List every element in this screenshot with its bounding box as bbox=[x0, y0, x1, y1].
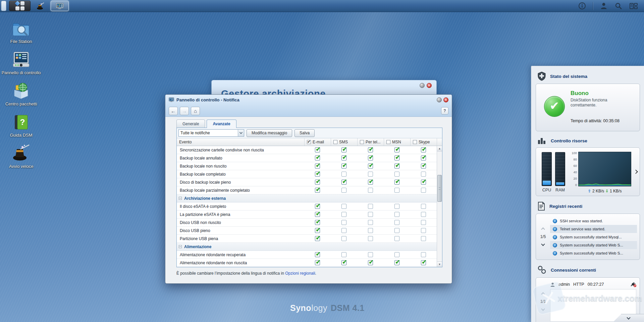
msn-checkbox[interactable] bbox=[394, 228, 399, 233]
email-checkbox[interactable] bbox=[315, 220, 320, 225]
collapse-section-icon[interactable] bbox=[179, 245, 182, 248]
column-checkbox[interactable] bbox=[307, 140, 311, 144]
skype-checkbox[interactable] bbox=[421, 180, 426, 185]
open-window-button-control-panel[interactable] bbox=[51, 1, 69, 11]
home-button[interactable]: ⌂ bbox=[191, 107, 200, 115]
sms-checkbox[interactable] bbox=[341, 155, 346, 160]
sms-checkbox[interactable] bbox=[341, 180, 346, 185]
close-icon[interactable]: ✕ bbox=[443, 97, 448, 102]
msn-checkbox[interactable] bbox=[394, 164, 399, 169]
pertel-checkbox[interactable] bbox=[368, 155, 373, 160]
msn-checkbox[interactable] bbox=[394, 260, 399, 265]
email-checkbox[interactable] bbox=[315, 252, 320, 257]
pertel-checkbox[interactable] bbox=[368, 220, 373, 225]
tab-generale[interactable]: Generale bbox=[176, 120, 205, 128]
desktop-icon-dsm-help[interactable]: ? Guida DSM bbox=[1, 111, 41, 138]
forward-button[interactable]: → bbox=[180, 107, 189, 115]
quick-launch-button[interactable] bbox=[33, 1, 48, 11]
column-header-evento[interactable]: Evento bbox=[177, 138, 304, 146]
notification-filter-select[interactable]: Tutte le notifiche bbox=[178, 129, 244, 137]
msn-checkbox[interactable] bbox=[394, 220, 399, 225]
msn-checkbox[interactable] bbox=[394, 172, 399, 177]
sms-checkbox[interactable] bbox=[341, 147, 346, 152]
tab-avanzate[interactable]: Avanzate bbox=[207, 120, 236, 128]
email-checkbox[interactable] bbox=[315, 260, 320, 265]
pager-up-icon[interactable] bbox=[541, 292, 545, 296]
user-icon[interactable] bbox=[600, 2, 608, 10]
email-checkbox[interactable] bbox=[315, 147, 320, 152]
disconnect-icon[interactable] bbox=[630, 282, 636, 287]
column-header-pertel[interactable]: Per tel... bbox=[357, 138, 384, 146]
email-checkbox[interactable] bbox=[315, 188, 320, 193]
column-header-sms[interactable]: SMS bbox=[331, 138, 357, 146]
collapse-section-icon[interactable] bbox=[179, 197, 182, 200]
sms-checkbox[interactable] bbox=[341, 188, 346, 193]
info-icon[interactable] bbox=[578, 2, 586, 10]
skype-checkbox[interactable] bbox=[421, 147, 426, 152]
msn-checkbox[interactable] bbox=[394, 180, 399, 185]
pertel-checkbox[interactable] bbox=[368, 212, 373, 217]
scroll-up-button[interactable]: ▲ bbox=[437, 146, 442, 151]
main-menu-button[interactable] bbox=[9, 1, 31, 11]
skype-checkbox[interactable] bbox=[421, 252, 426, 257]
email-checkbox[interactable] bbox=[315, 204, 320, 209]
skype-checkbox[interactable] bbox=[421, 220, 426, 225]
skype-checkbox[interactable] bbox=[421, 212, 426, 217]
column-checkbox[interactable] bbox=[360, 140, 364, 144]
scroll-down-button[interactable]: ▼ bbox=[437, 262, 442, 267]
regional-options-link[interactable]: Opzioni regionali bbox=[285, 271, 315, 276]
pager-down-icon[interactable] bbox=[541, 242, 545, 246]
save-button[interactable]: Salva bbox=[294, 129, 315, 137]
msn-checkbox[interactable] bbox=[394, 236, 399, 241]
table-scrollbar[interactable]: ▲ ▼ bbox=[437, 146, 442, 267]
desktop-icon-package-center[interactable]: Centro pacchetti bbox=[1, 80, 41, 106]
msn-checkbox[interactable] bbox=[394, 252, 399, 257]
pertel-checkbox[interactable] bbox=[368, 172, 373, 177]
column-header-skype[interactable]: Skype bbox=[410, 138, 437, 146]
pertel-checkbox[interactable] bbox=[368, 147, 373, 152]
close-icon[interactable]: ✕ bbox=[427, 83, 432, 88]
sms-checkbox[interactable] bbox=[341, 228, 346, 233]
skype-checkbox[interactable] bbox=[421, 188, 426, 193]
desktop-icon-quick-start[interactable]: Avvio veloce bbox=[1, 142, 41, 169]
pertel-checkbox[interactable] bbox=[368, 164, 373, 169]
msn-checkbox[interactable] bbox=[394, 188, 399, 193]
msn-checkbox[interactable] bbox=[394, 204, 399, 209]
email-checkbox[interactable] bbox=[315, 172, 320, 177]
pertel-checkbox[interactable] bbox=[368, 180, 373, 185]
pager-down-icon[interactable] bbox=[541, 307, 545, 311]
msn-checkbox[interactable] bbox=[394, 212, 399, 217]
help-button[interactable]: ? bbox=[441, 107, 448, 114]
email-checkbox[interactable] bbox=[315, 180, 320, 185]
pertel-checkbox[interactable] bbox=[368, 188, 373, 193]
show-desktop-button[interactable] bbox=[1, 1, 6, 11]
sms-checkbox[interactable] bbox=[341, 172, 346, 177]
sms-checkbox[interactable] bbox=[341, 260, 346, 265]
email-checkbox[interactable] bbox=[315, 228, 320, 233]
sms-checkbox[interactable] bbox=[341, 164, 346, 169]
scrollbar-thumb[interactable] bbox=[437, 175, 442, 202]
sms-checkbox[interactable] bbox=[341, 204, 346, 209]
minimize-button[interactable] bbox=[420, 83, 425, 88]
sms-checkbox[interactable] bbox=[341, 252, 346, 257]
minimize-button[interactable] bbox=[437, 97, 442, 102]
skype-checkbox[interactable] bbox=[421, 164, 426, 169]
email-checkbox[interactable] bbox=[315, 236, 320, 241]
skype-checkbox[interactable] bbox=[421, 236, 426, 241]
widgets-panel-icon[interactable] bbox=[629, 2, 638, 10]
email-checkbox[interactable] bbox=[315, 212, 320, 217]
column-checkbox[interactable] bbox=[386, 140, 390, 144]
pertel-checkbox[interactable] bbox=[368, 252, 373, 257]
sms-checkbox[interactable] bbox=[341, 220, 346, 225]
skype-checkbox[interactable] bbox=[421, 228, 426, 233]
search-icon[interactable] bbox=[614, 2, 623, 10]
pertel-checkbox[interactable] bbox=[368, 236, 373, 241]
skype-checkbox[interactable] bbox=[421, 155, 426, 160]
email-checkbox[interactable] bbox=[315, 164, 320, 169]
skype-checkbox[interactable] bbox=[421, 260, 426, 265]
pertel-checkbox[interactable] bbox=[368, 204, 373, 209]
desktop-icon-control-panel[interactable]: Pannello di controllo bbox=[1, 49, 41, 75]
pager-up-icon[interactable] bbox=[541, 227, 545, 231]
column-header-email[interactable]: E-mail bbox=[304, 138, 331, 146]
back-button[interactable]: ← bbox=[169, 107, 178, 115]
